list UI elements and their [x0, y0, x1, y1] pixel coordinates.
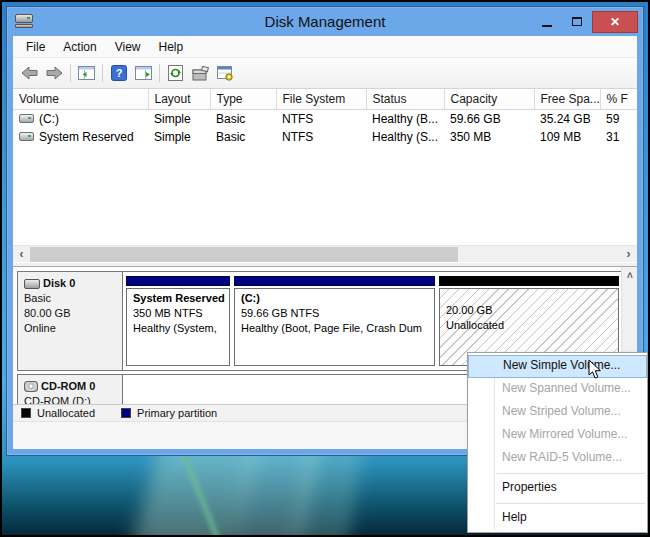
- legend-label-unallocated: Unallocated: [37, 407, 95, 419]
- manage-icon[interactable]: [213, 61, 238, 85]
- minimize-icon: [542, 25, 552, 27]
- menu-separator: [496, 503, 645, 504]
- menu-item-new-mirrored-volume: New Mirrored Volume...: [468, 424, 647, 447]
- volume-list-pane: Volume Layout Type File System Status Ca…: [13, 89, 637, 245]
- cell-file-system: NTFS: [276, 109, 366, 128]
- col-status[interactable]: Status: [366, 89, 444, 109]
- col-volume[interactable]: Volume: [13, 89, 148, 109]
- col-layout[interactable]: Layout: [148, 89, 210, 109]
- menu-action[interactable]: Action: [54, 38, 105, 56]
- partition-status: Healthy (Boot, Page File, Crash Dum: [241, 321, 428, 336]
- menu-item-help[interactable]: Help: [468, 507, 647, 530]
- menu-item-new-striped-volume: New Striped Volume...: [468, 401, 647, 424]
- primary-partition-band: [234, 276, 435, 286]
- menu-separator: [496, 473, 645, 474]
- refresh-icon[interactable]: [163, 61, 188, 85]
- cell-free-space: 109 MB: [534, 128, 600, 146]
- title-bar[interactable]: Disk Management ✕: [7, 7, 643, 36]
- cell-pct-free: 59: [600, 109, 637, 128]
- partition-status: Unallocated: [446, 318, 612, 333]
- menu-item-properties[interactable]: Properties: [468, 477, 647, 500]
- back-icon[interactable]: [17, 61, 42, 85]
- col-type[interactable]: Type: [210, 89, 276, 109]
- help-icon[interactable]: ?: [106, 61, 131, 85]
- toolbar-separator: [70, 64, 71, 82]
- menu-help[interactable]: Help: [150, 38, 193, 56]
- menu-bar: File Action View Help: [13, 36, 637, 58]
- cell-volume: (C:): [39, 112, 59, 126]
- svg-text:?: ?: [115, 67, 122, 79]
- scroll-right-icon[interactable]: ›: [620, 246, 637, 263]
- cell-status: Healthy (S...: [366, 128, 444, 146]
- partition-title: (C:): [241, 291, 428, 306]
- close-button[interactable]: ✕: [592, 11, 638, 33]
- properties-icon[interactable]: [188, 61, 213, 85]
- cell-type: Basic: [210, 109, 276, 128]
- cell-file-system: NTFS: [276, 128, 366, 146]
- volume-icon: [19, 114, 34, 123]
- cell-layout: Simple: [148, 128, 210, 146]
- disk-type: Basic: [24, 291, 116, 306]
- cell-free-space: 35.24 GB: [534, 109, 600, 128]
- close-icon: ✕: [610, 15, 620, 29]
- primary-partition-band: [126, 276, 230, 286]
- cell-layout: Simple: [148, 109, 210, 128]
- unallocated-swatch: [21, 408, 31, 418]
- menu-item-new-raid5-volume: New RAID-5 Volume...: [468, 447, 647, 470]
- menu-file[interactable]: File: [17, 38, 54, 56]
- cdrom-panel[interactable]: CD-ROM 0 CD-ROM (D:): [18, 375, 123, 404]
- scrollbar-thumb[interactable]: [30, 247, 458, 262]
- menu-item-new-spanned-volume: New Spanned Volume...: [468, 378, 647, 401]
- mouse-cursor: [588, 360, 603, 385]
- scroll-up-icon[interactable]: ˄: [622, 267, 637, 283]
- cell-capacity: 350 MB: [444, 128, 534, 146]
- table-row[interactable]: (C:) Simple Basic NTFS Healthy (B... 59.…: [13, 109, 637, 128]
- maximize-icon: [572, 17, 582, 26]
- disk-size: 80.00 GB: [24, 306, 116, 321]
- disk0-panel[interactable]: Disk 0 Basic 80.00 GB Online: [18, 272, 123, 370]
- partition-c-drive[interactable]: (C:) 59.66 GB NTFS Healthy (Boot, Page F…: [234, 276, 435, 366]
- partition-status: Healthy (System,: [133, 321, 223, 336]
- cell-pct-free: 31: [600, 128, 637, 146]
- toolbar: ?: [13, 58, 637, 89]
- partition-size: 350 MB NTFS: [133, 306, 223, 321]
- disk-type: CD-ROM (D:): [24, 394, 116, 404]
- menu-view[interactable]: View: [106, 38, 150, 56]
- partition-size: 20.00 GB: [446, 303, 612, 318]
- cell-volume: System Reserved: [39, 130, 134, 144]
- col-free-space[interactable]: Free Spa...: [534, 89, 600, 109]
- forward-icon[interactable]: [42, 61, 67, 85]
- legend-label-primary: Primary partition: [137, 407, 217, 419]
- disk-name: CD-ROM 0: [41, 379, 95, 394]
- col-file-system[interactable]: File System: [276, 89, 366, 109]
- app-icon: [15, 14, 33, 29]
- cell-capacity: 59.66 GB: [444, 109, 534, 128]
- horizontal-scrollbar[interactable]: ‹ ›: [13, 245, 637, 262]
- cell-status: Healthy (B...: [366, 109, 444, 128]
- disk-status: Online: [24, 321, 116, 336]
- partition-system-reserved[interactable]: System Reserved 350 MB NTFS Healthy (Sys…: [126, 276, 230, 366]
- col-pct-free[interactable]: % F: [600, 89, 637, 109]
- context-menu: New Simple Volume... New Spanned Volume.…: [467, 352, 648, 533]
- primary-partition-swatch: [121, 408, 131, 418]
- cell-type: Basic: [210, 128, 276, 146]
- action-pane-icon[interactable]: [131, 61, 156, 85]
- partition-size: 59.66 GB NTFS: [241, 306, 428, 321]
- cdrom-icon: [24, 381, 38, 392]
- unallocated-band: [439, 276, 619, 286]
- table-header-row: Volume Layout Type File System Status Ca…: [13, 89, 637, 109]
- menu-item-new-simple-volume[interactable]: New Simple Volume...: [468, 355, 647, 378]
- scroll-left-icon[interactable]: ‹: [13, 246, 30, 263]
- maximize-button[interactable]: [562, 11, 592, 33]
- toolbar-separator: [102, 64, 103, 82]
- minimize-button[interactable]: [532, 11, 562, 33]
- table-row[interactable]: System Reserved Simple Basic NTFS Health…: [13, 128, 637, 146]
- partition-title: System Reserved: [133, 291, 223, 306]
- disk-name: Disk 0: [43, 276, 75, 291]
- volume-table: Volume Layout Type File System Status Ca…: [13, 89, 637, 146]
- disk-icon: [24, 279, 40, 289]
- volume-icon: [19, 132, 34, 141]
- toolbar-separator: [159, 64, 160, 82]
- col-capacity[interactable]: Capacity: [444, 89, 534, 109]
- console-tree-icon[interactable]: [74, 61, 99, 85]
